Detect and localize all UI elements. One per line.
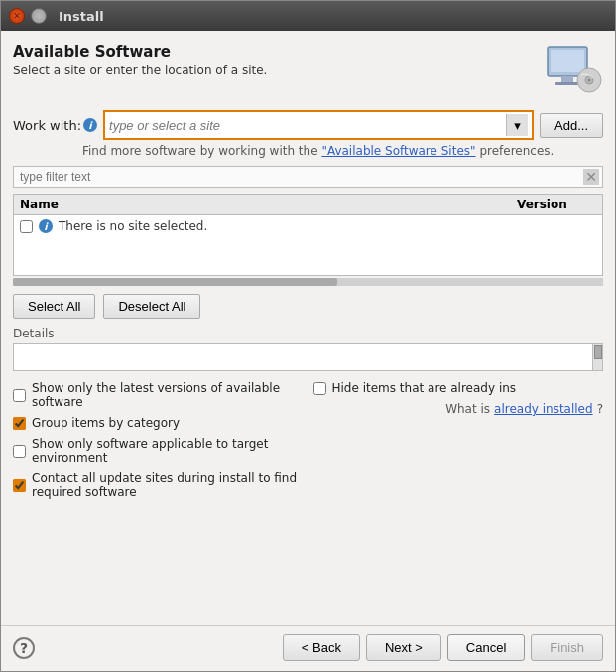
already-installed-row: What is already installed ? <box>313 402 604 416</box>
select-buttons-row: Select All Deselect All <box>13 294 603 319</box>
option-item-5[interactable]: Hide items that are already ins <box>313 381 604 395</box>
select-all-button[interactable]: Select All <box>13 294 95 319</box>
option-item-2[interactable]: Group items by category <box>13 416 304 430</box>
opt1-label: Show only the latest versions of availab… <box>32 381 304 409</box>
col-version-header: Version <box>517 198 596 211</box>
work-with-row: Work with: i ▾ Add... <box>13 110 603 140</box>
row-info-icon: i <box>39 219 53 233</box>
nav-buttons: < Back Next > Cancel Finish <box>283 634 603 661</box>
horizontal-scrollbar[interactable] <box>13 278 603 286</box>
row-checkbox[interactable] <box>20 220 33 233</box>
minimize-button[interactable] <box>31 8 47 24</box>
svg-point-6 <box>588 79 591 82</box>
bottom-bar: ? < Back Next > Cancel Finish <box>1 625 615 671</box>
available-software-sites-link[interactable]: "Available Software Sites" <box>321 144 475 158</box>
details-box <box>13 343 603 371</box>
opt5-label: Hide items that are already ins <box>332 381 517 395</box>
finish-button[interactable]: Finish <box>531 634 603 661</box>
table-row: i There is no site selected. <box>14 215 602 237</box>
titlebar: ✕ Install <box>1 1 615 31</box>
help-section: ? <box>13 637 35 659</box>
opt4-label: Contact all update sites during install … <box>32 471 304 499</box>
options-right-col: Hide items that are already ins What is … <box>313 381 604 499</box>
add-button[interactable]: Add... <box>540 113 603 138</box>
site-combo[interactable]: ▾ <box>103 110 534 140</box>
filter-row: ✕ <box>13 166 603 188</box>
hint-prefix: Find more software by working with the <box>82 144 321 158</box>
window-title: Install <box>59 9 104 24</box>
opt1-checkbox[interactable] <box>13 389 26 402</box>
svg-rect-1 <box>551 50 584 72</box>
hint-row: Find more software by working with the "… <box>82 144 603 158</box>
col-name-header: Name <box>20 198 517 211</box>
already-installed-suffix: ? <box>597 402 603 416</box>
help-icon[interactable]: ? <box>13 637 35 659</box>
already-installed-prefix: What is <box>445 402 490 416</box>
svg-rect-2 <box>561 76 573 82</box>
option-item-4[interactable]: Contact all update sites during install … <box>13 471 304 499</box>
table-body: i There is no site selected. <box>14 215 602 275</box>
site-input[interactable] <box>109 118 506 133</box>
site-combo-dropdown-arrow[interactable]: ▾ <box>506 114 528 136</box>
already-installed-link[interactable]: already installed <box>494 402 593 416</box>
opt2-label: Group items by category <box>32 416 180 430</box>
next-button[interactable]: Next > <box>366 634 441 661</box>
option-item-1[interactable]: Show only the latest versions of availab… <box>13 381 304 409</box>
work-with-label: Work with: i <box>13 118 97 133</box>
header-row: Available Software Select a site or ente… <box>13 43 603 98</box>
cancel-button[interactable]: Cancel <box>447 634 525 661</box>
options-left-col: Show only the latest versions of availab… <box>13 381 304 499</box>
main-content: Available Software Select a site or ente… <box>1 31 615 625</box>
work-with-text: Work with: <box>13 118 81 133</box>
software-table: Name Version i There is no site selected… <box>13 194 603 276</box>
back-button[interactable]: < Back <box>283 634 360 661</box>
scrollbar-thumb[interactable] <box>13 278 337 286</box>
page-subtitle: Select a site or enter the location of a… <box>13 64 267 77</box>
opt3-label: Show only software applicable to target … <box>32 437 304 465</box>
deselect-all-button[interactable]: Deselect All <box>103 294 200 319</box>
svg-rect-3 <box>555 82 579 85</box>
row-label: There is no site selected. <box>59 219 207 233</box>
filter-clear-button[interactable]: ✕ <box>583 169 599 185</box>
options-grid: Show only the latest versions of availab… <box>13 381 603 499</box>
details-section: Details <box>13 327 603 371</box>
opt4-checkbox[interactable] <box>13 479 26 492</box>
computer-icon <box>540 43 603 98</box>
install-window: ✕ Install Available Software Select a si… <box>0 0 616 672</box>
header-icon <box>540 43 603 98</box>
opt5-checkbox[interactable] <box>313 382 326 395</box>
work-with-info-icon[interactable]: i <box>83 118 97 132</box>
opt3-checkbox[interactable] <box>13 445 26 458</box>
option-item-3[interactable]: Show only software applicable to target … <box>13 437 304 465</box>
hint-suffix: preferences. <box>476 144 554 158</box>
opt2-checkbox[interactable] <box>13 417 26 430</box>
filter-input[interactable] <box>13 166 603 188</box>
details-label: Details <box>13 327 603 340</box>
page-title: Available Software <box>13 43 267 61</box>
close-button[interactable]: ✕ <box>9 8 25 24</box>
details-scrollbar[interactable] <box>592 344 602 370</box>
header-text: Available Software Select a site or ente… <box>13 43 267 77</box>
table-header: Name Version <box>14 195 602 215</box>
details-scrollbar-thumb[interactable] <box>594 345 602 359</box>
